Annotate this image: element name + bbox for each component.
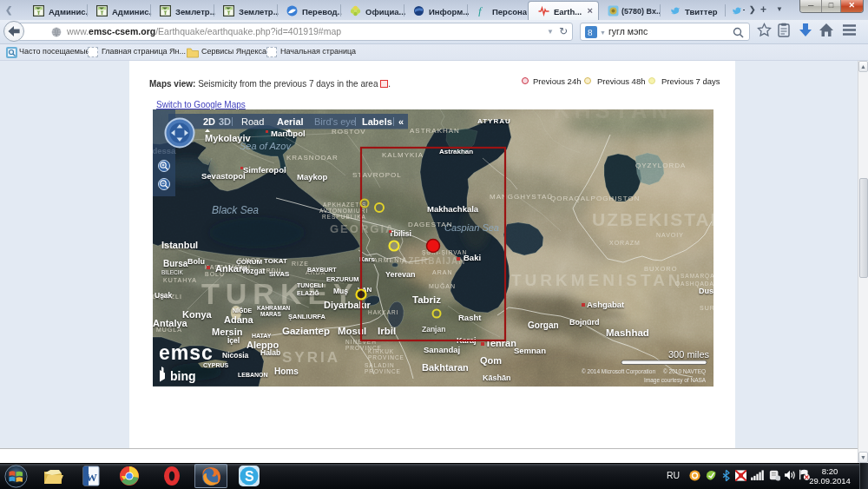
svg-text:KRASNODAR: KRASNODAR [286,154,339,162]
svg-text:Gaziantep: Gaziantep [282,326,330,336]
svg-text:STAVROPOL: STAVROPOL [352,171,402,179]
svg-text:3D: 3D [219,116,231,127]
svg-text:RIZE: RIZE [292,261,309,267]
svg-text:KUTAHYA: KUTAHYA [163,277,197,283]
svg-text:Muş: Muş [333,287,348,295]
svg-text:ELAZIĞ: ELAZIĞ [297,289,319,296]
svg-text:ŞANLIURFA: ŞANLIURFA [288,313,326,320]
svg-text:Qom: Qom [480,355,502,366]
svg-text:BAYBURT: BAYBURT [307,267,337,273]
svg-text:QORAQALPOGHISTON: QORAQALPOGHISTON [550,195,640,202]
svg-text:Bird's eye: Bird's eye [314,116,356,127]
svg-text:Istanbul: Istanbul [161,240,198,250]
svg-text:Nicosia: Nicosia [222,351,249,360]
svg-text:«: « [398,116,404,127]
svg-text:W: W [86,471,97,484]
svg-text:Diyarbakır: Diyarbakır [324,300,372,310]
svg-text:Homs: Homs [274,367,299,376]
svg-text:ÇORUM: ÇORUM [236,258,263,266]
svg-text:NİĞDE: NİĞDE [233,307,253,314]
svg-text:İçel: İçel [227,336,240,345]
svg-text:Bursa: Bursa [163,259,188,268]
svg-text:Tehran: Tehran [485,338,516,348]
svg-text:© 2010 NAVTEQ: © 2010 NAVTEQ [663,368,706,375]
svg-text:8: 8 [588,27,593,37]
svg-text:Sanandaj: Sanandaj [424,345,460,354]
svg-text:MARAS: MARAS [260,311,281,317]
svg-text:300 miles: 300 miles [668,349,710,360]
svg-text:Makhachkala: Makhachkala [427,204,479,214]
svg-text:Bolu: Bolu [187,257,205,266]
svg-text:Simferopol: Simferopol [243,165,286,175]
svg-text:MANGGHYSTAŪ: MANGGHYSTAŪ [490,193,553,201]
svg-text:AZERBAIJAN: AZERBAIJAN [401,256,465,266]
svg-text:XORAZM: XORAZM [609,240,641,246]
svg-text:|: | [354,116,357,126]
svg-text:HATAY: HATAY [252,333,272,339]
svg-text:2D: 2D [203,116,215,127]
svg-text:Caspian Sea: Caspian Sea [444,222,499,233]
svg-text:RESPUBLIKA: RESPUBLIKA [322,214,366,220]
svg-text:Black Sea: Black Sea [212,204,259,216]
svg-text:|: | [231,116,233,126]
svg-text:Baki: Baki [464,253,481,262]
svg-text:Bojnūrd: Bojnūrd [569,318,600,327]
svg-text:Labels: Labels [362,116,392,127]
svg-text:|: | [392,116,395,126]
svg-text:ARAN: ARAN [432,269,452,275]
svg-text:Yozgat: Yozgat [241,267,265,275]
svg-text:PROVINCE: PROVINCE [368,354,404,360]
svg-text:Antalya: Antalya [153,318,188,328]
svg-text:Mykolayiv: Mykolayiv [205,133,251,143]
svg-text:TOKAT: TOKAT [264,257,287,265]
svg-text:SAMARQAND: SAMARQAND [681,273,713,280]
svg-text:Gorgan: Gorgan [528,320,559,330]
svg-text:© 2014 Microsoft Corporation: © 2014 Microsoft Corporation [582,368,655,375]
svg-text:Sevastopol: Sevastopol [201,171,246,181]
svg-text:Adana: Adana [224,314,254,325]
svg-text:UZBEKISTAN: UZBEKISTAN [592,209,713,229]
svg-text:ERZURUM: ERZURUM [326,275,359,283]
svg-text:GEORGIA: GEORGIA [330,222,395,235]
svg-text:ASTRAKHAN: ASTRAKHAN [410,127,460,135]
svg-text:emsc: emsc [159,341,214,364]
svg-text:SURXON: SURXON [700,305,713,311]
svg-text:Irbil: Irbil [378,326,396,336]
svg-text:Halab: Halab [260,348,280,357]
svg-text:Road: Road [241,116,264,127]
svg-text:MUĞAN: MUĞAN [429,282,456,289]
svg-text:DAGESTAN: DAGESTAN [408,221,452,228]
svg-text:Kāshān: Kāshān [483,373,511,382]
svg-text:NAVOIY: NAVOIY [656,232,684,238]
svg-text:BILECIK: BILECIK [161,269,184,275]
svg-text:Mosul: Mosul [338,326,366,336]
svg-text:ARMENIA: ARMENIA [373,257,407,263]
svg-text:HAKKARI: HAKKARI [368,309,399,315]
svg-text:Tabriz: Tabriz [412,294,441,305]
svg-text:bing: bing [170,369,196,383]
svg-text:PROVINCE: PROVINCE [365,368,401,374]
svg-text:LEBANON: LEBANON [238,372,268,378]
svg-text:S: S [245,469,254,484]
svg-text:Zanjan: Zanjan [422,325,445,334]
svg-text:SIVAS: SIVAS [269,270,290,278]
svg-text:Dush: Dush [699,287,713,295]
svg-text:Ashgabat: Ashgabat [587,300,625,309]
svg-text:KHSTAN: KHSTAN [554,109,672,123]
svg-text:Mashhad: Mashhad [606,327,649,338]
svg-text:QYZYLORDA: QYZYLORDA [635,162,686,169]
svg-text:Semnan: Semnan [514,346,546,355]
svg-text:ATYRAU: ATYRAU [477,117,511,125]
svg-text:SYRIA: SYRIA [282,349,340,366]
svg-text:KIRKUK: KIRKUK [368,348,394,354]
svg-text:Image courtesy of NASA: Image courtesy of NASA [644,377,707,384]
svg-text:TUNCELI: TUNCELI [297,282,323,288]
svg-text:f: f [478,5,483,17]
svg-text:Maykop: Maykop [297,172,328,182]
svg-text:Astrakhan: Astrakhan [439,148,473,155]
svg-text:SALADIN: SALADIN [365,362,395,368]
svg-text:Bakhtaran: Bakhtaran [422,362,469,373]
svg-text:Uşak: Uşak [155,291,173,300]
svg-text:BUXORO: BUXORO [644,265,678,273]
svg-text:Yerevan: Yerevan [385,270,416,279]
